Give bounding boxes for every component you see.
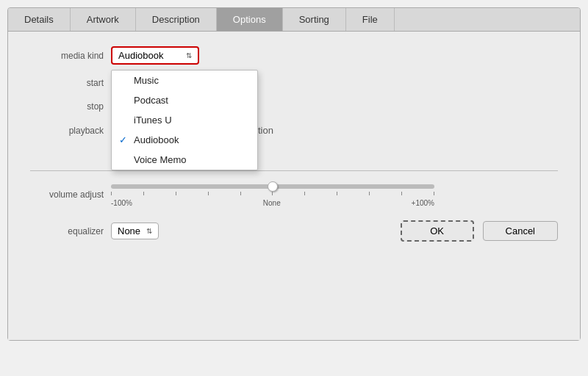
tick: [176, 192, 176, 195]
tick: [304, 192, 305, 195]
media-kind-value: Audiobook: [118, 50, 163, 61]
options-content: media kind Audiobook ⇅ Music Podcast iTu…: [8, 32, 580, 340]
media-kind-row: media kind Audiobook ⇅ Music Podcast iTu…: [30, 46, 558, 65]
stop-label: stop: [30, 101, 111, 112]
equalizer-and-buttons-row: equalizer None ⇅ OK Cancel: [30, 220, 558, 242]
cancel-button[interactable]: Cancel: [483, 221, 558, 241]
tab-details[interactable]: Details: [8, 8, 71, 31]
tick: [337, 192, 337, 195]
divider: [30, 170, 558, 171]
media-kind-label: media kind: [30, 51, 111, 61]
tick: [272, 192, 273, 195]
slider-ticks: [111, 192, 434, 198]
start-row: start: [30, 78, 558, 88]
slider-max-label: +100%: [412, 199, 434, 207]
tick: [143, 192, 144, 195]
dropdown-item-itunes-u[interactable]: iTunes U: [112, 110, 257, 130]
equalizer-label: equalizer: [30, 226, 111, 236]
tab-artwork[interactable]: Artwork: [71, 8, 136, 31]
dropdown-menu: Music Podcast iTunes U Audiobook Voice M…: [111, 70, 258, 170]
tab-sorting[interactable]: Sorting: [283, 8, 346, 31]
tick: [208, 192, 209, 195]
tab-description[interactable]: Description: [136, 8, 217, 31]
volume-slider-thumb[interactable]: [268, 181, 278, 192]
tab-bar: Details Artwork Description Options Sort…: [8, 8, 580, 32]
slider-labels: -100% None +100%: [111, 199, 434, 207]
volume-adjust-label: volume adjust: [30, 189, 111, 200]
equalizer-select[interactable]: None ⇅: [111, 223, 159, 239]
slider-min-label: -100%: [111, 199, 132, 207]
tick: [401, 192, 402, 195]
slider-mid-label: None: [263, 199, 281, 207]
volume-slider-track[interactable]: [111, 184, 434, 189]
tick: [111, 192, 112, 195]
tick: [240, 192, 241, 195]
tick: [369, 192, 370, 195]
dropdown-item-music[interactable]: Music: [112, 70, 257, 90]
dropdown-item-audiobook[interactable]: Audiobook: [112, 130, 257, 150]
tab-file[interactable]: File: [346, 8, 395, 31]
media-kind-select[interactable]: Audiobook ⇅: [111, 46, 199, 65]
dropdown-item-podcast[interactable]: Podcast: [112, 90, 257, 110]
playback-row: playback tion: [30, 125, 558, 136]
playback-label: playback: [30, 126, 111, 136]
equalizer-value: None: [118, 225, 140, 236]
stop-row: stop: [30, 101, 558, 112]
volume-adjust-row: volume adjust: [30, 181, 558, 207]
playback-suffix: tion: [258, 125, 273, 136]
dropdown-item-voice-memo[interactable]: Voice Memo: [112, 150, 257, 170]
start-label: start: [30, 78, 111, 88]
ok-button[interactable]: OK: [401, 220, 474, 242]
equalizer-arrows-icon: ⇅: [146, 227, 152, 235]
tab-options[interactable]: Options: [217, 8, 283, 31]
volume-slider-container: -100% None +100%: [111, 181, 558, 207]
tick: [434, 192, 434, 195]
dialog: Details Artwork Description Options Sort…: [7, 7, 581, 341]
select-arrows-icon: ⇅: [186, 51, 192, 59]
